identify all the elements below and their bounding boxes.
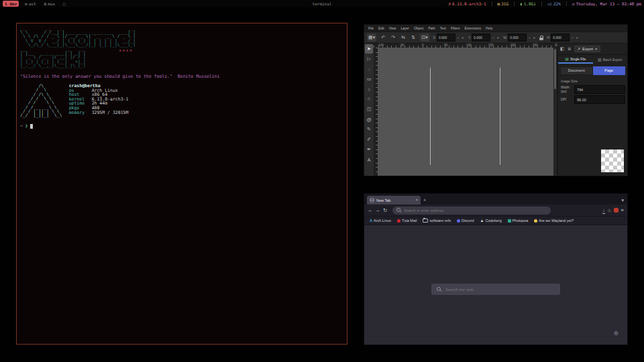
browser-tab-new-tab[interactable]: New Tab × bbox=[367, 196, 421, 204]
bookmark-codeberg[interactable]: ▲Codeberg bbox=[480, 219, 502, 223]
newtab-search-input[interactable] bbox=[445, 288, 555, 292]
spinner-decrement[interactable]: − bbox=[527, 36, 531, 40]
browser-tabbar: New Tab × + ▾ bbox=[364, 194, 627, 204]
bookmark-label: Arch Linux bbox=[374, 219, 391, 223]
tab-single-file[interactable]: ▤ Single File bbox=[558, 55, 593, 64]
selector-mode-dropdown[interactable]: ▦▾ bbox=[367, 34, 376, 42]
calligraphy-tool[interactable]: ✒ bbox=[365, 145, 373, 154]
document-button[interactable]: Document bbox=[560, 66, 593, 75]
export-tab[interactable]: ↗ Export × bbox=[574, 46, 601, 52]
adblock-extension-icon[interactable] bbox=[614, 208, 619, 213]
menu-edit[interactable]: Edit bbox=[378, 26, 384, 30]
forward-button[interactable]: → bbox=[376, 207, 381, 213]
bookmark-label: Tuta Mail bbox=[402, 219, 417, 223]
shape-builder-tool[interactable]: ◌ bbox=[365, 64, 373, 74]
selector-tool[interactable]: ➤ bbox=[365, 44, 373, 54]
text-tool[interactable]: A bbox=[365, 155, 373, 164]
back-button[interactable]: ← bbox=[368, 207, 373, 213]
spinner-value[interactable]: 0.000 bbox=[551, 34, 570, 42]
ellipse-tool[interactable]: ○ bbox=[365, 84, 373, 94]
menu-layer[interactable]: Layer bbox=[400, 26, 409, 30]
spinner-increment[interactable]: + bbox=[461, 36, 465, 40]
pencil-tool[interactable]: ✎ bbox=[365, 125, 373, 134]
lock-ratio-icon[interactable] bbox=[539, 38, 543, 40]
new-tab-page: ⚙ bbox=[364, 225, 627, 345]
newtab-search-box[interactable] bbox=[431, 284, 560, 295]
menu-file[interactable]: File bbox=[368, 26, 374, 30]
ascii-art-back: _ _ _ | |__ __ _ ___| | _| || '_ \ / _` … bbox=[20, 47, 347, 68]
tab-batch-export[interactable]: ▥ Batch Export bbox=[593, 55, 628, 64]
spinner-decrement[interactable]: − bbox=[570, 36, 574, 40]
box3d-tool[interactable]: ◫ bbox=[365, 105, 373, 114]
new-tab-button[interactable]: + bbox=[423, 198, 426, 202]
rotate-cw-button[interactable]: ↷ bbox=[390, 34, 396, 42]
layers-icon[interactable]: ≣ bbox=[568, 46, 572, 52]
scrollbar-thumb[interactable] bbox=[554, 49, 556, 89]
spinner-value[interactable]: 0.000 bbox=[472, 34, 490, 42]
star-tool[interactable]: ☆ bbox=[365, 95, 373, 104]
menu-object[interactable]: Object bbox=[414, 26, 423, 30]
downloads-button[interactable]: ↓ bbox=[602, 207, 605, 213]
menu-button[interactable]: ≡ bbox=[621, 207, 624, 213]
browser-navbar: ← → ↻ ↓ ⌂ ≡ bbox=[364, 204, 627, 216]
reload-button[interactable]: ↻ bbox=[383, 207, 387, 213]
align-dropdown[interactable]: ⊡▾ bbox=[420, 34, 429, 42]
width-input[interactable] bbox=[574, 85, 625, 94]
page-button[interactable]: Page bbox=[593, 66, 626, 75]
menu-extensions[interactable]: Extensions bbox=[465, 26, 481, 30]
dpi-input[interactable] bbox=[574, 95, 625, 104]
workspace-2[interactable]: ⚙ust bbox=[23, 1, 38, 7]
bezier-tool[interactable]: ✐ bbox=[365, 135, 373, 144]
menu-path[interactable]: Path bbox=[428, 26, 435, 30]
page-edge-right bbox=[500, 68, 500, 165]
workspace-1[interactable]: 1 dev bbox=[3, 1, 19, 7]
menu-view[interactable]: View bbox=[389, 26, 396, 30]
fetch-value: 3295M / 32015M bbox=[92, 111, 129, 115]
rectangle-tool[interactable]: ▭ bbox=[365, 74, 373, 84]
node-tool[interactable]: ▷ bbox=[365, 54, 373, 64]
spinner-increment[interactable]: + bbox=[532, 36, 536, 40]
volume-module[interactable]: ◁) 22% bbox=[541, 1, 561, 6]
bookmark-photopea[interactable]: Photopea bbox=[508, 219, 529, 223]
list-all-tabs-icon[interactable]: ▾ bbox=[621, 198, 624, 202]
status-bar: 1 dev⚙ust⊞mux□ terminal Λ 6.13.8-arch3-1… bbox=[0, 0, 644, 7]
inkscape-canvas[interactable] bbox=[378, 48, 553, 176]
workspace-3[interactable]: ⊞mux bbox=[42, 1, 57, 7]
export-area-toggle: Document Page bbox=[558, 64, 627, 77]
bookmark-discord[interactable]: Discord bbox=[457, 219, 474, 223]
bookmark-software-refs[interactable]: software refs bbox=[423, 219, 450, 223]
url-input[interactable] bbox=[404, 208, 547, 213]
menu-filters[interactable]: Filters bbox=[451, 26, 460, 30]
spinner-decrement[interactable]: − bbox=[456, 36, 460, 40]
personalize-gear-icon[interactable]: ⚙ bbox=[614, 330, 619, 337]
site-favicon: ▲ bbox=[480, 219, 484, 223]
terminal-window[interactable]: __ __ _ _ \ \ / /__| | ___ ___ _ __ ___ … bbox=[16, 23, 347, 345]
spinner-decrement[interactable]: − bbox=[491, 36, 495, 40]
image-size-label: Image Size bbox=[558, 77, 627, 84]
clock-text: Thursday, Mar 13 — 02:48 pm bbox=[576, 1, 641, 6]
flip-horizontal-button[interactable]: ⇆ bbox=[400, 34, 407, 42]
bookmark-arch-linux[interactable]: ΛArch Linux bbox=[370, 219, 391, 223]
canvas-scrollbar[interactable] bbox=[553, 48, 557, 176]
close-tab-icon[interactable]: × bbox=[415, 198, 418, 202]
disk-text: 31G bbox=[501, 1, 508, 6]
logo-line: /_/ |_||_| \_\ bbox=[20, 113, 62, 117]
spinner-value[interactable]: 0.000 bbox=[508, 34, 527, 42]
bookmark-tuta-mail[interactable]: Tuta Mail bbox=[397, 219, 417, 223]
workspace-4[interactable]: □ bbox=[61, 1, 68, 7]
spiral-tool[interactable]: @ bbox=[365, 115, 373, 124]
home-button[interactable]: ⌂ bbox=[608, 207, 611, 213]
rotate-ccw-button[interactable]: ↶ bbox=[380, 34, 386, 42]
flip-vertical-button[interactable]: ⇅ bbox=[410, 34, 417, 42]
spinner-increment[interactable]: + bbox=[575, 36, 579, 40]
shell-prompt[interactable]: ~ ❯ bbox=[20, 123, 347, 129]
bookmark-are-we-wayland-yet-[interactable]: Are we Wayland yet? bbox=[534, 219, 574, 223]
url-bar[interactable] bbox=[392, 206, 551, 215]
spinner-increment[interactable]: + bbox=[496, 36, 500, 40]
spinner-value[interactable]: 0.000 bbox=[437, 34, 455, 42]
menu-text[interactable]: Text bbox=[440, 26, 446, 30]
site-favicon bbox=[457, 219, 460, 223]
fill-stroke-icon[interactable]: ◧ bbox=[560, 46, 565, 52]
close-icon[interactable]: × bbox=[595, 47, 597, 51]
menu-help[interactable]: Help bbox=[486, 26, 492, 30]
